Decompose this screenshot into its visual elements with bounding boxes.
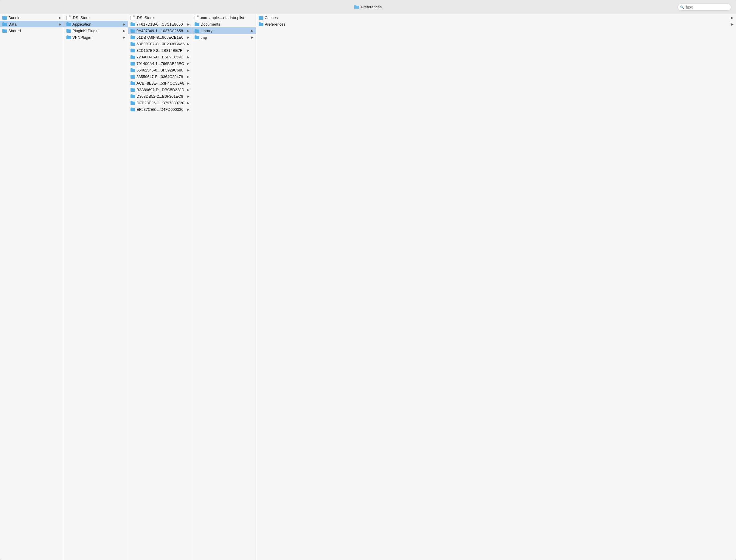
- item-label-uuid2: 9A487349-1...1037D82658: [136, 29, 186, 33]
- item-label-preferences: Preferences: [264, 22, 730, 27]
- arrow-uuid11: ▶: [187, 88, 189, 91]
- folder-icon-uuid5: [130, 49, 135, 52]
- arrow-uuid10: ▶: [187, 82, 189, 85]
- titlebar: Preferences 🔍: [0, 0, 736, 14]
- item-data[interactable]: Data ▶: [0, 21, 64, 27]
- item-uuid6[interactable]: 72348DA6-C...E5B9E659D ▶: [128, 54, 192, 60]
- titlebar-title: Preferences: [354, 5, 382, 9]
- item-ds-store-1[interactable]: .DS_Store: [64, 14, 128, 21]
- titlebar-folder-icon: [354, 5, 359, 9]
- folder-icon-uuid1: [130, 22, 135, 26]
- folder-icon-uuid14: [130, 108, 135, 111]
- folder-icon-documents: [194, 22, 199, 26]
- item-application[interactable]: Application ▶: [64, 21, 128, 27]
- item-label-pluginkitplugin: PluginKitPlugin: [72, 29, 122, 33]
- folder-icon-caches: [259, 16, 263, 20]
- column-4: .com.apple....etadata.plist Documents Li…: [192, 14, 256, 560]
- item-uuid1[interactable]: 7F617D1B-0...C8C1E8650 ▶: [128, 21, 192, 27]
- item-label-documents: Documents: [200, 22, 253, 27]
- folder-icon-preferences: [259, 22, 263, 26]
- item-ds-store-2[interactable]: .DS_Store: [128, 14, 192, 21]
- folder-icon-library: [194, 29, 199, 33]
- arrow-uuid12: ▶: [187, 95, 189, 98]
- folder-icon-application: [66, 22, 71, 26]
- item-label-uuid14: EF537CEB-...D4FD600336: [136, 107, 186, 112]
- arrow-uuid5: ▶: [187, 49, 189, 52]
- item-caches[interactable]: Caches ▶: [256, 14, 736, 21]
- item-label-caches: Caches: [264, 15, 730, 20]
- item-uuid8[interactable]: 65462546-0...BF5929C686 ▶: [128, 67, 192, 73]
- column-5: Caches ▶ Preferences ▶: [256, 14, 736, 560]
- item-label-ds-store-1: .DS_Store: [72, 15, 125, 20]
- arrow-uuid14: ▶: [187, 108, 189, 111]
- arrow-uuid13: ▶: [187, 101, 189, 105]
- arrow-pluginkitplugin: ▶: [123, 29, 125, 32]
- item-label-com-apple: .com.apple....etadata.plist: [200, 15, 253, 20]
- arrow-uuid4: ▶: [187, 42, 189, 46]
- item-label-uuid5: 82D157B9-2...2B814BE7F: [136, 48, 186, 53]
- item-label-application: Application: [72, 22, 122, 27]
- arrow-uuid9: ▶: [187, 75, 189, 78]
- item-label-ds-store-2: .DS_Store: [136, 15, 189, 20]
- item-uuid13[interactable]: DEB28E26-1...B797339720 ▶: [128, 99, 192, 106]
- item-uuid9[interactable]: 83559647-E...3364C29478 ▶: [128, 73, 192, 80]
- folder-icon-data: [2, 22, 7, 26]
- item-label-uuid9: 83559647-E...3364C29478: [136, 74, 186, 79]
- item-uuid12[interactable]: D308DB52-2...B0F301EC8 ▶: [128, 93, 192, 99]
- item-label-library: Library: [200, 29, 250, 33]
- folder-icon-uuid6: [130, 55, 135, 59]
- search-icon: 🔍: [680, 5, 684, 9]
- item-documents[interactable]: Documents: [192, 21, 256, 27]
- item-label-uuid10: ACBF8E3E-...53F4CC33A8: [136, 81, 186, 85]
- folder-icon-vpnplugin: [66, 35, 71, 39]
- item-uuid10[interactable]: ACBF8E3E-...53F4CC33A8 ▶: [128, 80, 192, 86]
- arrow-application: ▶: [123, 23, 125, 26]
- item-uuid7[interactable]: 791400A4-1...7965AF26EC ▶: [128, 60, 192, 67]
- folder-icon-uuid7: [130, 62, 135, 66]
- folder-icon-tmp: [194, 35, 199, 39]
- item-com-apple-plist[interactable]: .com.apple....etadata.plist: [192, 14, 256, 21]
- folder-icon-uuid11: [130, 88, 135, 92]
- file-icon-com-apple: [194, 15, 199, 20]
- arrow-data: ▶: [59, 23, 61, 26]
- arrow-uuid3: ▶: [187, 36, 189, 39]
- search-input[interactable]: [678, 4, 731, 11]
- item-uuid4[interactable]: 53B00E07-C...0E2338B6A6 ▶: [128, 41, 192, 47]
- arrow-library: ▶: [251, 29, 253, 32]
- item-uuid2[interactable]: 9A487349-1...1037D82658 ▶: [128, 27, 192, 34]
- arrow-vpnplugin: ▶: [123, 36, 125, 39]
- column-2: .DS_Store Application ▶ PluginKitPlugin …: [64, 14, 128, 560]
- item-label-shared: Shared: [8, 29, 61, 33]
- item-uuid5[interactable]: 82D157B9-2...2B814BE7F ▶: [128, 47, 192, 54]
- titlebar-text: Preferences: [361, 5, 382, 9]
- item-label-vpnplugin: VPNPlugin: [72, 35, 122, 40]
- item-bundle[interactable]: Bundle ▶: [0, 14, 64, 21]
- arrow-preferences: ▶: [731, 23, 734, 26]
- folder-icon-shared: [2, 29, 7, 33]
- folder-icon-uuid3: [130, 35, 135, 39]
- folder-icon-uuid12: [130, 94, 135, 98]
- item-preferences[interactable]: Preferences ▶: [256, 21, 736, 27]
- arrow-caches: ▶: [731, 16, 734, 19]
- folder-icon-uuid4: [130, 42, 135, 46]
- finder-window: Preferences 🔍 Bundle ▶ Da: [0, 0, 736, 560]
- arrow-bundle: ▶: [59, 16, 61, 19]
- item-label-uuid13: DEB28E26-1...B797339720: [136, 101, 186, 105]
- folder-icon-pluginkitplugin: [66, 29, 71, 33]
- arrow-uuid7: ▶: [187, 62, 189, 65]
- item-label-uuid12: D308DB52-2...B0F301EC8: [136, 94, 186, 99]
- item-label-uuid4: 53B00E07-C...0E2338B6A6: [136, 42, 186, 46]
- file-icon-ds-store-1: [66, 15, 71, 20]
- item-pluginkitplugin[interactable]: PluginKitPlugin ▶: [64, 27, 128, 34]
- item-library[interactable]: Library ▶: [192, 27, 256, 34]
- item-uuid3[interactable]: 51DB7A6F-8...965ECE1E0 ▶: [128, 34, 192, 41]
- item-uuid11[interactable]: B3A89697-D...DBC5D228D ▶: [128, 86, 192, 93]
- item-tmp[interactable]: tmp ▶: [192, 34, 256, 41]
- item-vpnplugin[interactable]: VPNPlugin ▶: [64, 34, 128, 41]
- item-shared[interactable]: Shared: [0, 27, 64, 34]
- folder-icon-uuid10: [130, 81, 135, 85]
- item-label-uuid11: B3A89697-D...DBC5D228D: [136, 88, 186, 92]
- arrow-uuid2: ▶: [187, 29, 189, 32]
- arrow-uuid8: ▶: [187, 69, 189, 72]
- item-uuid14[interactable]: EF537CEB-...D4FD600336 ▶: [128, 106, 192, 113]
